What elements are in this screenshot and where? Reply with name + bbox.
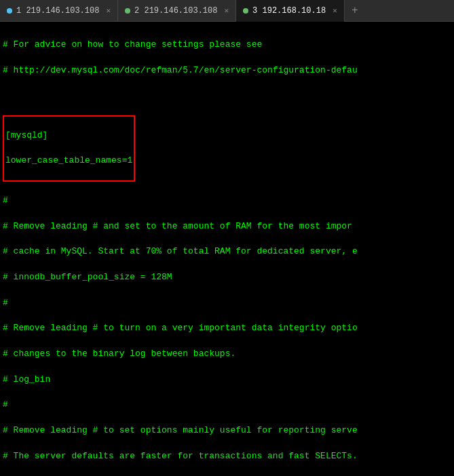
- line-4-5-box: [mysqld] lower_case_table_names=1: [3, 115, 135, 182]
- line-15: # Remove leading # to set options mainly…: [3, 424, 451, 437]
- tab-1[interactable]: 1 219.146.103.108 ✕: [0, 0, 118, 22]
- line-16: # The server defaults are faster for tra…: [3, 450, 451, 463]
- tab-2-close[interactable]: ✕: [224, 6, 229, 15]
- line-6: #: [3, 195, 451, 207]
- tab-1-label: 1 219.146.103.108: [16, 6, 99, 16]
- tab-add-button[interactable]: +: [345, 0, 365, 22]
- tab-3-label: 3 192.168.10.18: [252, 6, 326, 16]
- tab-bar: 1 219.146.103.108 ✕ 2 219.146.103.108 ✕ …: [0, 0, 454, 22]
- line-10: #: [3, 297, 451, 310]
- tab-3-close[interactable]: ✕: [333, 6, 337, 15]
- tab-2-dot: [125, 8, 130, 14]
- tab-2-label: 2 219.146.103.108: [134, 6, 217, 16]
- code-area: # For advice on how to change settings p…: [0, 22, 454, 476]
- line-1: # For advice on how to change settings p…: [3, 39, 451, 52]
- line-11: # Remove leading # to turn on a very imp…: [3, 322, 451, 335]
- line-5: lower_case_table_names=1: [5, 155, 132, 167]
- tab-2[interactable]: 2 219.146.103.108 ✕: [118, 0, 236, 22]
- line-2: # http://dev.mysql.com/doc/refman/5.7/en…: [3, 64, 451, 77]
- line-9: # innodb_buffer_pool_size = 128M: [3, 271, 451, 284]
- tab-1-dot: [7, 8, 12, 14]
- line-3: [3, 90, 451, 102]
- line-7: # Remove leading # and set to the amount…: [3, 220, 451, 233]
- tab-3[interactable]: 3 192.168.10.18 ✕: [236, 0, 345, 22]
- line-13: # log_bin: [3, 374, 451, 386]
- line-8: # cache in MySQL. Start at 70% of total …: [3, 245, 451, 258]
- line-14: #: [3, 399, 451, 412]
- line-4: [mysqld]: [5, 130, 132, 142]
- tab-3-dot: [243, 8, 248, 14]
- tab-1-close[interactable]: ✕: [106, 6, 111, 15]
- line-12: # changes to the binary log between back…: [3, 348, 451, 361]
